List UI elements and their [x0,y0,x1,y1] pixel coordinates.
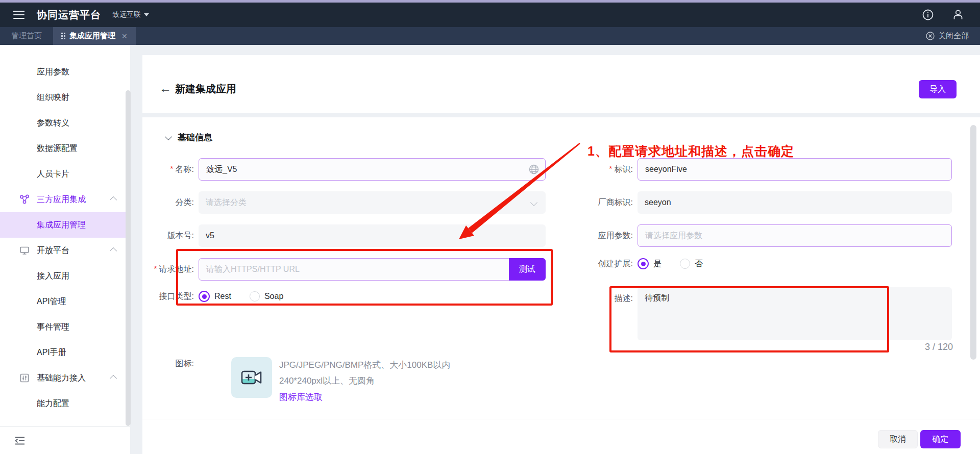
icon-label: 图标: [117,357,194,369]
radio-soap[interactable] [250,291,260,301]
section-basic-info[interactable]: 基础信息 [166,132,212,143]
sidebar-item-access-app[interactable]: 接入应用 [0,263,130,289]
app-param-label: 应用参数: [541,231,633,241]
info-icon[interactable] [922,9,934,21]
request-url-label: 请求地址: [159,265,194,273]
globe-icon[interactable] [528,164,540,175]
chevron-down-icon [165,133,172,140]
hamburger-menu-icon[interactable] [13,11,24,19]
sidebar-item-param-escape[interactable]: 参数转义 [0,110,130,136]
icon-hint-line1: JPG/JPEG/PNG/BMP格式、大小100KB以内 [279,357,450,373]
test-button[interactable]: 测试 [509,258,546,281]
page-header: ← 新建集成应用 导入 [142,55,980,113]
confirm-button[interactable]: 确定 [920,430,961,448]
camera-plus-icon [241,368,262,387]
description-textarea[interactable]: 待预制 [638,287,952,340]
field-category: 分类: [117,191,546,214]
field-interface-type: 接口类型: Rest Soap [117,291,302,302]
chevron-up-icon [110,247,117,255]
field-version: 版本号: [117,224,546,247]
monitor-icon [19,245,30,256]
app-title: 协同运营平台 [37,8,101,22]
user-icon[interactable] [951,8,965,21]
drag-handle-icon [61,33,65,39]
sidebar-footer [0,426,130,454]
radio-yes-label[interactable]: 是 [653,259,662,269]
identifier-input[interactable] [638,158,952,181]
interface-type-label: 接口类型: [117,291,194,302]
required-marker: * [154,265,157,273]
radio-no[interactable] [680,259,690,269]
radio-soap-label[interactable]: Soap [264,292,283,301]
sidebar-item-app-params[interactable]: 应用参数 [0,59,130,85]
field-app-param: 应用参数: [541,224,952,247]
radio-yes[interactable] [638,258,649,269]
import-button[interactable]: 导入 [919,80,957,98]
form-footer: 取消 确定 [142,419,980,454]
field-identifier: *标识: [541,158,952,181]
icon-hint-line2: 240*240pxl以上、无圆角 [279,373,450,389]
sidebar-item-datasource-config[interactable]: 数据源配置 [0,136,130,161]
field-name: *名称: [117,158,546,181]
radio-rest[interactable] [199,291,210,302]
navbar-actions [922,8,965,21]
integration-nodes-icon [19,194,30,205]
vendor-input[interactable] [638,191,952,214]
create-extension-label: 创建扩展: [541,259,633,269]
field-create-extension: 创建扩展: 是 否 [541,258,721,269]
tab-close-icon[interactable]: ✕ [121,32,128,40]
description-counter: 3 / 120 [639,342,953,352]
cancel-button[interactable]: 取消 [878,430,918,448]
radio-no-label[interactable]: 否 [695,259,703,269]
version-input[interactable] [199,224,546,247]
sidebar-menu: 应用参数 组织映射 参数转义 数据源配置 人员卡片 三方应用集成 集成应用管理 [0,45,130,416]
sidebar-group-open-platform[interactable]: 开放平台 [0,238,130,263]
screen: 协同运营平台 致远互联 管理首页 集成应用管理 ✕ [0,0,980,454]
sidebar-item-api-manual[interactable]: API手册 [0,340,130,365]
category-select[interactable] [199,191,546,214]
name-input[interactable] [199,158,546,181]
icon-library-link[interactable]: 图标库选取 [279,389,450,405]
chevron-up-icon [110,196,117,204]
sidebar-item-api-management[interactable]: API管理 [0,289,130,314]
radio-rest-label[interactable]: Rest [214,292,231,301]
identifier-label: 标识: [615,165,633,173]
org-switcher[interactable]: 致远互联 [112,10,149,19]
icon-upload-box[interactable] [231,357,272,398]
sidebar-item-integration-app-management[interactable]: 集成应用管理 [0,212,130,238]
caret-down-icon [144,13,149,16]
sidebar-group-third-party-integration[interactable]: 三方应用集成 [0,187,130,212]
back-arrow-icon[interactable]: ← [159,82,172,94]
tab-bar: 管理首页 集成应用管理 ✕ 关闭全部 [0,27,980,45]
tab-admin-home[interactable]: 管理首页 [0,27,53,45]
sidebar-item-org-mapping[interactable]: 组织映射 [0,85,130,110]
field-icon: 图标: JPG/JPEG/PNG/BMP格式、大小100KB以内 240*240… [117,357,450,405]
request-url-input[interactable] [199,258,546,281]
content-scrollbar[interactable] [970,125,976,360]
sidebar-item-person-card[interactable]: 人员卡片 [0,161,130,187]
field-request-url: *请求地址: 测试 [117,258,546,281]
required-marker: * [609,165,612,173]
form-card: 基础信息 *名称: 分类: 版本号: [142,117,980,454]
sidebar-item-event-management[interactable]: 事件管理 [0,314,130,340]
vendor-label: 厂商标识: [541,197,633,208]
top-navbar: 协同运营平台 致远互联 [0,3,980,27]
section-title: 基础信息 [178,132,212,143]
chevron-up-icon [110,375,117,382]
sidebar-item-capability-config[interactable]: 能力配置 [0,391,130,416]
field-description: 描述: 待预制 [541,287,952,340]
description-label: 描述: [541,287,633,304]
collapse-sidebar-icon[interactable] [14,436,26,445]
category-label: 分类: [117,197,194,208]
page-title: 新建集成应用 [175,82,236,96]
sidebar-group-basic-capability[interactable]: 基础能力接入 [0,365,130,391]
app-param-input[interactable] [638,224,952,247]
field-vendor: 厂商标识: [541,191,952,214]
version-label: 版本号: [117,231,194,241]
close-circle-icon [926,32,935,40]
sidebar: 应用参数 组织映射 参数转义 数据源配置 人员卡片 三方应用集成 集成应用管理 [0,45,130,454]
close-all-tabs-button[interactable]: 关闭全部 [926,27,969,45]
tab-integration-app-management[interactable]: 集成应用管理 ✕ [53,27,136,45]
required-marker: * [170,165,173,173]
name-label: 名称: [176,165,194,173]
